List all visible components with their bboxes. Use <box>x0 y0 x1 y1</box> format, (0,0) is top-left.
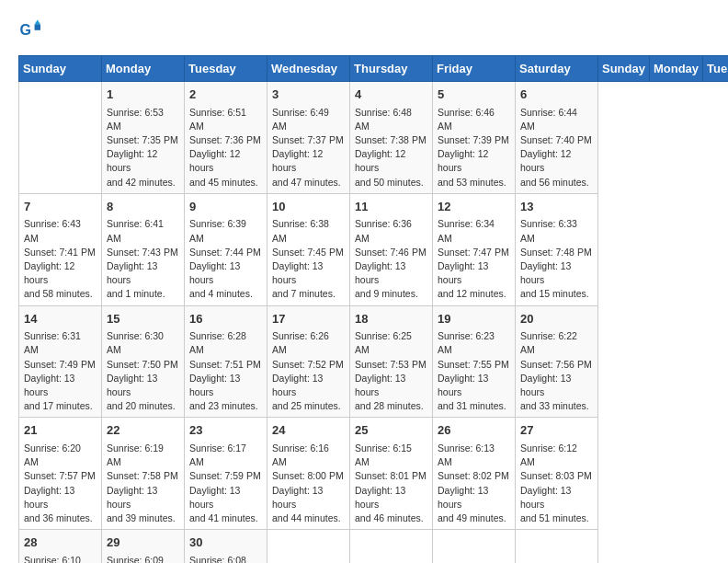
week-row-2: 7Sunrise: 6:43 AM Sunset: 7:41 PM Daylig… <box>19 193 729 305</box>
calendar-cell <box>19 82 102 194</box>
day-info: Sunrise: 6:13 AM Sunset: 8:02 PM Dayligh… <box>438 442 510 525</box>
calendar-cell <box>350 530 433 563</box>
calendar-cell: 6Sunrise: 6:44 AM Sunset: 7:40 PM Daylig… <box>516 82 598 194</box>
calendar-cell: 10Sunrise: 6:38 AM Sunset: 7:45 PM Dayli… <box>267 193 350 305</box>
day-number: 21 <box>24 421 97 440</box>
calendar-cell: 26Sunrise: 6:13 AM Sunset: 8:02 PM Dayli… <box>433 418 516 530</box>
day-number: 30 <box>189 534 262 552</box>
day-number: 4 <box>355 86 427 104</box>
column-header-monday: Monday <box>102 56 185 82</box>
day-info: Sunrise: 6:44 AM Sunset: 7:40 PM Dayligh… <box>520 106 593 190</box>
day-number: 24 <box>272 421 345 440</box>
day-number: 10 <box>272 198 345 216</box>
calendar-cell: 27Sunrise: 6:12 AM Sunset: 8:03 PM Dayli… <box>516 418 598 530</box>
calendar-cell: 22Sunrise: 6:19 AM Sunset: 7:58 PM Dayli… <box>102 418 185 530</box>
calendar-cell: 9Sunrise: 6:39 AM Sunset: 7:44 PM Daylig… <box>185 193 267 305</box>
day-info: Sunrise: 6:15 AM Sunset: 8:01 PM Dayligh… <box>355 442 427 525</box>
week-row-5: 28Sunrise: 6:10 AM Sunset: 8:04 PM Dayli… <box>19 530 729 563</box>
day-info: Sunrise: 6:28 AM Sunset: 7:51 PM Dayligh… <box>189 329 262 413</box>
day-info: Sunrise: 6:51 AM Sunset: 7:36 PM Dayligh… <box>189 106 262 190</box>
day-number: 2 <box>189 86 262 104</box>
day-number: 17 <box>272 310 345 328</box>
calendar-cell: 21Sunrise: 6:20 AM Sunset: 7:57 PM Dayli… <box>19 418 102 530</box>
day-info: Sunrise: 6:22 AM Sunset: 7:56 PM Dayligh… <box>520 329 593 413</box>
day-number: 3 <box>272 86 345 104</box>
day-number: 1 <box>107 86 179 104</box>
calendar-cell: 20Sunrise: 6:22 AM Sunset: 7:56 PM Dayli… <box>516 305 598 418</box>
calendar-cell: 17Sunrise: 6:26 AM Sunset: 7:52 PM Dayli… <box>267 305 350 418</box>
calendar-header-row: SundayMondayTuesdayWednesdayThursdayFrid… <box>19 56 729 82</box>
day-number: 15 <box>107 310 179 328</box>
day-info: Sunrise: 6:19 AM Sunset: 7:58 PM Dayligh… <box>107 442 179 525</box>
column-header-thursday: Thursday <box>350 56 433 82</box>
calendar-cell: 18Sunrise: 6:25 AM Sunset: 7:53 PM Dayli… <box>350 305 433 418</box>
day-number: 13 <box>520 198 593 216</box>
column-header-tuesday: Tuesday <box>703 56 728 82</box>
calendar-cell: 14Sunrise: 6:31 AM Sunset: 7:49 PM Dayli… <box>19 305 102 418</box>
day-number: 9 <box>189 198 262 216</box>
svg-text:G: G <box>20 22 31 38</box>
day-info: Sunrise: 6:17 AM Sunset: 7:59 PM Dayligh… <box>189 442 262 525</box>
day-info: Sunrise: 6:23 AM Sunset: 7:55 PM Dayligh… <box>438 329 510 413</box>
day-info: Sunrise: 6:30 AM Sunset: 7:50 PM Dayligh… <box>107 329 179 413</box>
day-info: Sunrise: 6:26 AM Sunset: 7:52 PM Dayligh… <box>272 329 345 413</box>
day-number: 12 <box>438 198 510 216</box>
calendar-cell: 19Sunrise: 6:23 AM Sunset: 7:55 PM Dayli… <box>433 305 516 418</box>
column-header-wednesday: Wednesday <box>267 56 350 82</box>
week-row-3: 14Sunrise: 6:31 AM Sunset: 7:49 PM Dayli… <box>19 305 729 418</box>
calendar-cell: 7Sunrise: 6:43 AM Sunset: 7:41 PM Daylig… <box>19 193 102 305</box>
calendar-cell <box>433 530 516 563</box>
day-number: 28 <box>24 534 97 552</box>
day-number: 7 <box>24 198 97 216</box>
calendar-cell: 16Sunrise: 6:28 AM Sunset: 7:51 PM Dayli… <box>185 305 267 418</box>
calendar-cell: 11Sunrise: 6:36 AM Sunset: 7:46 PM Dayli… <box>350 193 433 305</box>
calendar-cell: 3Sunrise: 6:49 AM Sunset: 7:37 PM Daylig… <box>267 82 350 194</box>
calendar-cell: 23Sunrise: 6:17 AM Sunset: 7:59 PM Dayli… <box>185 418 267 530</box>
calendar-cell <box>267 530 350 563</box>
calendar-cell: 30Sunrise: 6:08 AM Sunset: 8:07 PM Dayli… <box>185 530 267 563</box>
column-header-friday: Friday <box>433 56 516 82</box>
day-info: Sunrise: 6:12 AM Sunset: 8:03 PM Dayligh… <box>520 442 593 525</box>
day-info: Sunrise: 6:25 AM Sunset: 7:53 PM Dayligh… <box>355 329 427 413</box>
day-info: Sunrise: 6:10 AM Sunset: 8:04 PM Dayligh… <box>24 554 97 563</box>
day-info: Sunrise: 6:48 AM Sunset: 7:38 PM Dayligh… <box>355 106 427 190</box>
calendar-cell: 4Sunrise: 6:48 AM Sunset: 7:38 PM Daylig… <box>350 82 433 194</box>
column-header-sunday: Sunday <box>598 56 650 82</box>
day-info: Sunrise: 6:49 AM Sunset: 7:37 PM Dayligh… <box>272 106 345 190</box>
week-row-1: 1Sunrise: 6:53 AM Sunset: 7:35 PM Daylig… <box>19 82 729 194</box>
calendar-cell: 13Sunrise: 6:33 AM Sunset: 7:48 PM Dayli… <box>516 193 598 305</box>
column-header-tuesday: Tuesday <box>185 56 267 82</box>
day-number: 11 <box>355 198 427 216</box>
day-number: 19 <box>438 310 510 328</box>
day-info: Sunrise: 6:33 AM Sunset: 7:48 PM Dayligh… <box>520 217 593 301</box>
calendar-cell <box>516 530 598 563</box>
day-number: 27 <box>520 421 593 440</box>
day-info: Sunrise: 6:53 AM Sunset: 7:35 PM Dayligh… <box>107 106 179 190</box>
page-header: G <box>18 18 710 40</box>
day-info: Sunrise: 6:41 AM Sunset: 7:43 PM Dayligh… <box>107 217 179 301</box>
logo-icon: G <box>18 18 40 40</box>
day-number: 6 <box>520 86 593 104</box>
day-number: 22 <box>107 421 179 440</box>
day-info: Sunrise: 6:46 AM Sunset: 7:39 PM Dayligh… <box>438 106 510 190</box>
calendar-cell: 28Sunrise: 6:10 AM Sunset: 8:04 PM Dayli… <box>19 530 102 563</box>
day-info: Sunrise: 6:16 AM Sunset: 8:00 PM Dayligh… <box>272 442 345 525</box>
calendar-cell: 1Sunrise: 6:53 AM Sunset: 7:35 PM Daylig… <box>102 82 185 194</box>
calendar-cell: 2Sunrise: 6:51 AM Sunset: 7:36 PM Daylig… <box>185 82 267 194</box>
day-info: Sunrise: 6:20 AM Sunset: 7:57 PM Dayligh… <box>24 442 97 525</box>
day-info: Sunrise: 6:09 AM Sunset: 8:06 PM Dayligh… <box>107 554 179 563</box>
day-number: 29 <box>107 534 179 552</box>
day-info: Sunrise: 6:39 AM Sunset: 7:44 PM Dayligh… <box>189 217 262 301</box>
column-header-monday: Monday <box>649 56 702 82</box>
day-number: 14 <box>24 310 97 328</box>
day-number: 18 <box>355 310 427 328</box>
day-number: 20 <box>520 310 593 328</box>
day-number: 23 <box>189 421 262 440</box>
calendar-cell: 25Sunrise: 6:15 AM Sunset: 8:01 PM Dayli… <box>350 418 433 530</box>
day-number: 8 <box>107 198 179 216</box>
svg-marker-3 <box>35 24 40 29</box>
calendar-cell: 12Sunrise: 6:34 AM Sunset: 7:47 PM Dayli… <box>433 193 516 305</box>
day-info: Sunrise: 6:43 AM Sunset: 7:41 PM Dayligh… <box>24 217 97 301</box>
day-info: Sunrise: 6:34 AM Sunset: 7:47 PM Dayligh… <box>438 217 510 301</box>
calendar-cell: 5Sunrise: 6:46 AM Sunset: 7:39 PM Daylig… <box>433 82 516 194</box>
